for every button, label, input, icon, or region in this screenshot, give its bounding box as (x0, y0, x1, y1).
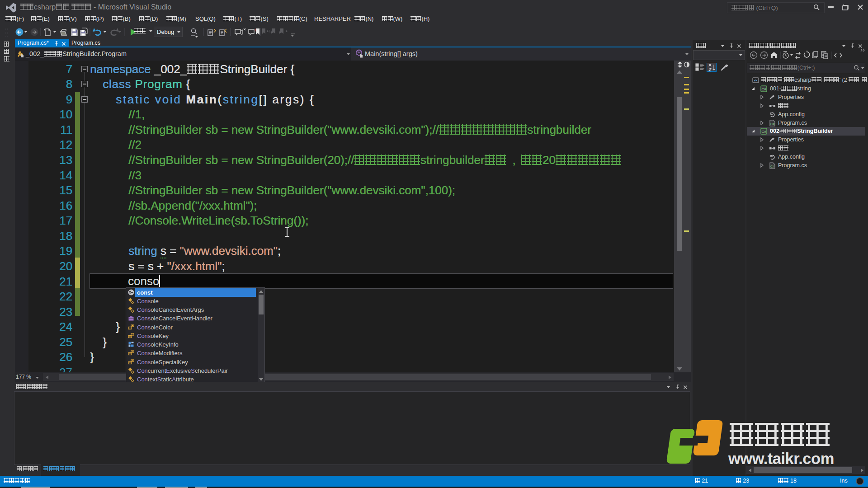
svg-text:C#: C# (761, 130, 766, 134)
svg-text:C#: C# (770, 122, 775, 126)
svg-text:C#: C# (761, 87, 766, 91)
svg-text:C#: C# (770, 164, 775, 168)
